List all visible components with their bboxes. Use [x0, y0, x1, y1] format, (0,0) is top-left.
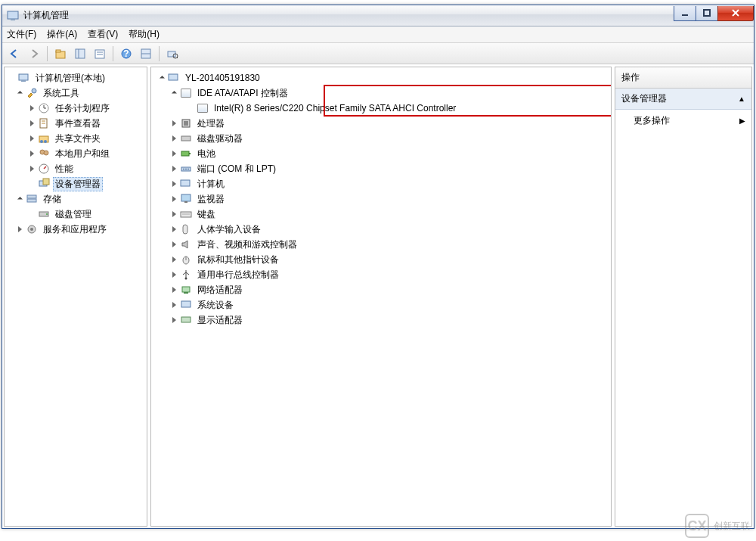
collapse-icon: ▲: [738, 95, 745, 103]
device-keyboard[interactable]: 键盘: [153, 207, 609, 222]
svg-rect-5: [56, 50, 60, 52]
help-button[interactable]: ?: [117, 45, 135, 62]
tree-storage[interactable]: 存储: [6, 191, 145, 207]
scan-hardware-button[interactable]: [163, 45, 181, 62]
tree-disk-mgmt[interactable]: 磁盘管理: [6, 207, 145, 222]
ide-controller-icon: [180, 87, 192, 99]
shared-folder-icon: [38, 132, 50, 145]
menubar: 文件(F) 操作(A) 查看(V) 帮助(H): [2, 26, 754, 43]
view-button[interactable]: [137, 45, 155, 62]
keyboard-icon: [180, 208, 192, 220]
disk-drive-icon: [180, 132, 192, 145]
tree-system-tools[interactable]: 系统工具: [6, 86, 145, 101]
svg-rect-0: [8, 11, 18, 19]
menu-file[interactable]: 文件(F): [7, 28, 36, 41]
hid-icon: [180, 223, 192, 235]
device-network[interactable]: 网络适配器: [153, 282, 609, 297]
menu-action[interactable]: 操作(A): [47, 28, 77, 41]
svg-point-36: [46, 213, 48, 215]
tree-performance[interactable]: 性能: [6, 161, 145, 176]
svg-rect-3: [704, 10, 710, 16]
cpu-icon: [180, 117, 192, 129]
svg-rect-59: [184, 292, 188, 294]
titlebar: 计算机管理: [2, 5, 754, 26]
device-monitor[interactable]: 监视器: [153, 191, 609, 207]
forward-button[interactable]: [25, 45, 43, 62]
tree-local-users[interactable]: 本地用户和组: [6, 146, 145, 161]
svg-rect-32: [43, 179, 49, 185]
svg-rect-43: [181, 151, 189, 156]
actions-context-label: 设备管理器: [621, 92, 667, 105]
actions-context[interactable]: 设备管理器 ▲: [615, 89, 751, 110]
svg-point-38: [30, 228, 33, 231]
network-icon: [180, 284, 192, 296]
clock-icon: [38, 102, 50, 114]
tree-device-manager[interactable]: 设备管理器: [6, 176, 145, 191]
submenu-icon: ▶: [739, 117, 745, 125]
device-display[interactable]: 显示适配器: [153, 312, 609, 328]
menu-help[interactable]: 帮助(H): [129, 28, 160, 41]
svg-rect-51: [184, 201, 187, 203]
device-computer[interactable]: 计算机: [153, 176, 609, 191]
toolbar: ?: [2, 43, 754, 64]
storage-icon: [26, 193, 38, 205]
device-battery[interactable]: 电池: [153, 146, 609, 161]
port-icon: [180, 163, 192, 175]
tree-services[interactable]: 服务和应用程序: [6, 222, 145, 237]
svg-rect-61: [181, 317, 191, 322]
tree-shared-folders[interactable]: 共享文件夹: [6, 131, 145, 146]
device-usb[interactable]: 通用串行总线控制器: [153, 267, 609, 282]
computer-icon: [18, 72, 30, 84]
separator: [159, 46, 160, 61]
properties-button[interactable]: [91, 45, 109, 62]
svg-text:?: ?: [123, 48, 129, 59]
left-pane: 计算机管理(本地) 系统工具 任务计划程序 事件查看器 共享文件夹 本地用户和组…: [4, 67, 147, 527]
svg-point-57: [185, 278, 187, 280]
services-icon: [26, 223, 38, 235]
users-icon: [38, 148, 50, 160]
tree-task-scheduler[interactable]: 任务计划程序: [6, 101, 145, 116]
close-button[interactable]: [717, 6, 754, 21]
device-ide-child[interactable]: Intel(R) 8 Series/C220 Chipset Family SA…: [153, 101, 609, 116]
up-button[interactable]: [51, 45, 70, 62]
left-tree: 计算机管理(本地) 系统工具 任务计划程序 事件查看器 共享文件夹 本地用户和组…: [5, 67, 147, 240]
more-actions[interactable]: 更多操作 ▶: [615, 110, 751, 132]
svg-point-27: [44, 140, 47, 143]
device-disk-drives[interactable]: 磁盘驱动器: [153, 131, 609, 146]
svg-rect-49: [181, 180, 190, 186]
svg-point-47: [185, 169, 187, 170]
device-hid[interactable]: 人体学输入设备: [153, 222, 609, 237]
device-root[interactable]: YL-201405191830: [153, 70, 609, 86]
more-actions-label: 更多操作: [634, 114, 670, 127]
monitor-icon: [180, 193, 192, 205]
tree-event-viewer[interactable]: 事件查看器: [6, 116, 145, 131]
body: 计算机管理(本地) 系统工具 任务计划程序 事件查看器 共享文件夹 本地用户和组…: [2, 64, 754, 528]
svg-point-29: [44, 151, 48, 155]
mouse-icon: [180, 253, 192, 266]
tree-root[interactable]: 计算机管理(本地): [6, 70, 145, 86]
device-manager-icon: [38, 178, 50, 190]
window-buttons: [674, 6, 754, 21]
device-ide[interactable]: IDE ATA/ATAPI 控制器: [153, 86, 609, 101]
watermark: CX 创新互联: [685, 514, 750, 538]
computer-icon: [168, 72, 180, 84]
svg-rect-42: [181, 136, 191, 141]
back-button[interactable]: [5, 45, 23, 62]
window-title: 计算机管理: [23, 9, 674, 22]
device-ports[interactable]: 端口 (COM 和 LPT): [153, 161, 609, 176]
maximize-button[interactable]: [696, 6, 718, 21]
svg-rect-34: [27, 199, 36, 202]
device-sound[interactable]: 声音、视频和游戏控制器: [153, 237, 609, 252]
menu-view[interactable]: 查看(V): [88, 28, 118, 41]
show-hide-tree-button[interactable]: [71, 45, 89, 62]
device-system[interactable]: 系统设备: [153, 297, 609, 312]
minimize-button[interactable]: [674, 6, 696, 21]
svg-rect-2: [682, 14, 688, 16]
usb-icon: [180, 269, 192, 281]
device-tree: YL-201405191830 IDE ATA/ATAPI 控制器 Intel(…: [151, 67, 611, 331]
svg-line-17: [177, 58, 178, 58]
device-mouse[interactable]: 鼠标和其他指针设备: [153, 252, 609, 267]
device-processor[interactable]: 处理器: [153, 116, 609, 131]
watermark-logo-icon: CX: [685, 514, 709, 538]
svg-rect-41: [184, 121, 188, 126]
